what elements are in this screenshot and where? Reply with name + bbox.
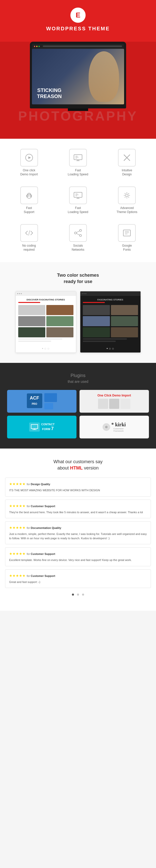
logo-letter: E [76,11,80,19]
svg-point-11 [30,195,31,196]
reviews-container: ★★★★★ for Design Quality ITS THE MOST AM… [5,477,151,588]
kirki-logo: ✿ [103,423,110,431]
review-header-0: ★★★★★ for Design Quality [9,482,147,486]
kirki-name: * kirki [111,422,126,428]
feature-label-socials-networks: SocialsNetworks [58,244,97,252]
bottom-pagination [5,591,151,601]
kirki-text-area: * kirki CustomizerFramework [111,422,126,432]
acf-device-1 [44,393,57,402]
dark-scheme-topbar [80,291,140,296]
one-click-demo-icon [20,149,38,166]
fast-loading-1-icon [69,149,87,166]
acf-logo-box: ACFPRO [27,394,42,408]
review-for-label-0: for [27,483,31,486]
review-header-4: ★★★★★ for Customer Support [9,574,147,578]
plugin-contact-form-7: CONTACTFORM 7 [7,416,76,438]
schemes-container: DISCOVER FASCINATING STORIES • ○ ○ [5,291,151,353]
feature-label-advanced-theme: AdvancedTheme Options [108,206,147,214]
review-for-label-1: for [27,505,31,508]
review-for-label-3: for [27,552,31,555]
dark-topbar-dot-2 [84,293,84,294]
review-stars-3: ★★★★★ [9,552,26,556]
no-coding-icon [20,224,38,242]
svg-point-28 [74,232,76,234]
svg-rect-33 [123,230,130,236]
plugin-acf-pro: ACFPRO [7,390,76,413]
dark-img-4 [111,316,138,326]
feature-google-fonts: GoogleFonts [105,222,149,254]
review-header-3: ★★★★★ for Customer Support [9,551,147,556]
screen-image: STICKING TREASON [32,49,124,104]
review-for-type-2: Documentation Quality [31,526,61,529]
svg-marker-1 [28,156,31,159]
review-stars-1: ★★★★★ [9,504,26,508]
dark-img-2 [111,305,138,315]
feature-no-coding: No codingrequired [7,222,51,254]
dark-scheme-grid [83,305,138,337]
feature-label-fast-loading-2: FastLoading Speed [58,206,97,214]
light-scheme-topbar [16,291,76,296]
kirki-content: ✿ * kirki CustomizerFramework [103,422,126,432]
svg-line-31 [76,231,80,232]
topbar-dot-3 [21,293,22,294]
svg-line-26 [125,197,126,197]
cf7-content: CONTACTFORM 7 [27,420,57,434]
review-header-2: ★★★★★ for Documentation Quality [9,525,147,530]
dark-img-3 [83,316,110,326]
dark-topbar-dot-3 [85,293,86,294]
customers-title: What our customers say about HTML versio… [5,459,151,471]
review-text-2: Just a modern, simple, perfect theme. Ex… [9,532,147,540]
topbar-dot-2 [19,293,20,294]
svg-marker-37 [31,425,38,429]
acf-logo-area: ACFPRO [27,394,42,409]
pagination-dot-2[interactable] [77,594,79,596]
acf-device-2 [44,403,53,409]
feature-fast-support: FastSupport [7,184,51,217]
background-text: PHOTOGRAPHY [10,108,146,124]
light-img-3 [18,316,45,326]
oneclick-title: One Click Demo Import [82,394,147,397]
review-header-1: ★★★★★ for Customer Support [9,504,147,508]
features-grid: One clickDemo Import FastLoading Speed I… [7,146,149,254]
svg-point-18 [126,194,128,196]
svg-line-25 [128,193,129,194]
advanced-theme-icon [118,186,136,204]
socials-networks-icon [69,224,87,242]
dark-img-6 [111,327,138,337]
review-card-3: ★★★★★ for Customer Support Excellent tem… [5,547,151,566]
laptop-section: STICKING TREASON PHOTOGRAPHY [0,42,156,139]
review-stars-4: ★★★★★ [9,574,26,578]
topbar-dot-1 [17,293,18,294]
feature-label-fast-support: FastSupport [9,206,48,214]
review-stars-2: ★★★★★ [9,526,26,530]
svg-line-27 [29,230,30,236]
laptop-mockup: STICKING TREASON [30,42,126,104]
dark-topbar-dot-1 [82,293,83,294]
feature-label-no-coding: No codingrequired [9,244,48,252]
oneclick-content: One Click Demo Import [82,394,147,409]
color-schemes-section: Two color schemes ready for use DISCOVER… [0,262,156,363]
feature-fast-loading-2: FastLoading Speed [56,184,100,217]
pagination-dot-1[interactable] [72,594,74,596]
dot-red [34,46,35,47]
dot-yellow [36,46,37,47]
html-highlight: HTML [70,465,83,470]
feature-label-intuitive-design: IntuitiveDesign [108,168,147,176]
feature-fast-loading-1: FastLoading Speed [56,146,100,179]
fast-support-icon [20,186,38,204]
light-scheme-content: DISCOVER FASCINATING STORIES [16,296,76,344]
plugins-subtitle: that are used [5,379,151,383]
customers-section: What our customers say about HTML versio… [0,448,156,611]
review-for-label-4: for [27,575,31,578]
review-card-0: ★★★★★ for Design Quality ITS THE MOST AM… [5,477,151,497]
laptop-base [30,104,126,108]
pagination-dot-3[interactable] [82,594,84,596]
svg-point-29 [80,229,82,231]
intuitive-design-icon [118,149,136,166]
light-img-4 [46,316,74,326]
svg-line-23 [125,193,126,194]
header-title: WORDPRESS THEME [5,26,151,32]
screen-overlay-text: STICKING TREASON [37,87,62,99]
features-section: One clickDemo Import FastLoading Speed I… [0,139,156,262]
kirki-subtitle: CustomizerFramework [111,428,126,432]
